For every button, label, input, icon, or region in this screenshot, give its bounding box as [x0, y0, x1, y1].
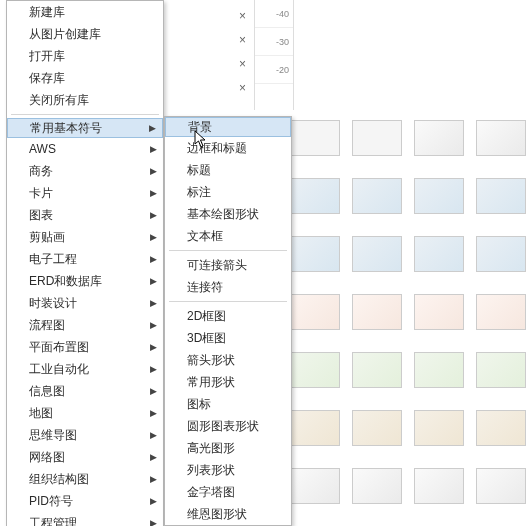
submenu-item[interactable]: 常用形状: [165, 371, 291, 393]
menu-item[interactable]: PID符号▶: [7, 490, 163, 512]
chevron-right-icon: ▶: [150, 298, 157, 308]
menu-item[interactable]: 新建库: [7, 1, 163, 23]
menu-item[interactable]: 剪贴画▶: [7, 226, 163, 248]
ruler-tick: -30: [276, 37, 289, 47]
menu-item-label: 流程图: [29, 317, 65, 334]
submenu-item[interactable]: 文本框: [165, 225, 291, 247]
bg-thumb[interactable]: [476, 294, 526, 330]
menu-item-label: 工业自动化: [29, 361, 89, 378]
menu-item-label: 工程管理: [29, 515, 77, 527]
bg-thumb[interactable]: [476, 120, 526, 156]
bg-thumb[interactable]: [290, 468, 340, 504]
submenu-item[interactable]: 背景: [165, 117, 291, 137]
menu-item[interactable]: 网络图▶: [7, 446, 163, 468]
bg-thumb[interactable]: [476, 352, 526, 388]
submenu-item[interactable]: 维恩图形状: [165, 503, 291, 525]
bg-thumb[interactable]: [352, 294, 402, 330]
menu-item[interactable]: 流程图▶: [7, 314, 163, 336]
menu-item[interactable]: 组织结构图▶: [7, 468, 163, 490]
submenu-item[interactable]: 连接符: [165, 276, 291, 298]
menu-item[interactable]: 电子工程▶: [7, 248, 163, 270]
submenu-item[interactable]: 标题: [165, 159, 291, 181]
menu-item[interactable]: 关闭所有库: [7, 89, 163, 111]
menu-item[interactable]: AWS▶: [7, 138, 163, 160]
menu-item-label: PID符号: [29, 493, 73, 510]
close-icon[interactable]: ×: [235, 33, 250, 47]
menu-item[interactable]: 工业自动化▶: [7, 358, 163, 380]
bg-thumb[interactable]: [290, 120, 340, 156]
menu-separator: [169, 301, 287, 302]
bg-thumb[interactable]: [352, 178, 402, 214]
chevron-right-icon: ▶: [150, 342, 157, 352]
submenu-item[interactable]: 列表形状: [165, 459, 291, 481]
submenu-item[interactable]: 3D框图: [165, 327, 291, 349]
menu-item[interactable]: 信息图▶: [7, 380, 163, 402]
close-icon[interactable]: ×: [235, 9, 250, 23]
menu-item[interactable]: 思维导图▶: [7, 424, 163, 446]
submenu-item[interactable]: 基本绘图形状: [165, 203, 291, 225]
menu-item[interactable]: 常用基本符号▶: [7, 118, 163, 138]
close-icon[interactable]: ×: [235, 81, 250, 95]
submenu-item[interactable]: 圆形图表形状: [165, 415, 291, 437]
chevron-right-icon: ▶: [150, 210, 157, 220]
bg-thumb[interactable]: [476, 236, 526, 272]
submenu-item[interactable]: 2D框图: [165, 305, 291, 327]
menu-item[interactable]: 打开库: [7, 45, 163, 67]
bg-thumb[interactable]: [352, 236, 402, 272]
library-menu[interactable]: 新建库从图片创建库打开库保存库关闭所有库常用基本符号▶AWS▶商务▶卡片▶图表▶…: [6, 0, 164, 526]
bg-thumb[interactable]: [290, 236, 340, 272]
menu-item-label: 电子工程: [29, 251, 77, 268]
chevron-right-icon: ▶: [149, 123, 156, 133]
menu-item-label: 卡片: [29, 185, 53, 202]
menu-item[interactable]: 时装设计▶: [7, 292, 163, 314]
bg-thumb[interactable]: [414, 410, 464, 446]
bg-thumb[interactable]: [352, 410, 402, 446]
bg-thumb[interactable]: [476, 468, 526, 504]
bg-thumb[interactable]: [414, 352, 464, 388]
bg-thumb[interactable]: [290, 410, 340, 446]
menu-item[interactable]: 平面布置图▶: [7, 336, 163, 358]
submenu-item[interactable]: 箭头形状: [165, 349, 291, 371]
bg-thumb[interactable]: [414, 178, 464, 214]
bg-thumb[interactable]: [290, 352, 340, 388]
menu-item-label: 网络图: [29, 449, 65, 466]
submenu-item[interactable]: 金字塔图: [165, 481, 291, 503]
bg-thumb[interactable]: [414, 120, 464, 156]
submenu-item[interactable]: 图标: [165, 393, 291, 415]
menu-item[interactable]: 工程管理▶: [7, 512, 163, 526]
bg-thumb[interactable]: [414, 236, 464, 272]
submenu-item[interactable]: 标注: [165, 181, 291, 203]
menu-item-label: 商务: [29, 163, 53, 180]
menu-item[interactable]: 商务▶: [7, 160, 163, 182]
bg-thumb[interactable]: [414, 468, 464, 504]
menu-item[interactable]: 卡片▶: [7, 182, 163, 204]
menu-item-label: ERD和数据库: [29, 273, 102, 290]
bg-thumb[interactable]: [352, 120, 402, 156]
submenu-item[interactable]: 边框和标题: [165, 137, 291, 159]
bg-thumb[interactable]: [476, 410, 526, 446]
menu-separator: [169, 250, 287, 251]
bg-thumb[interactable]: [290, 294, 340, 330]
menu-item[interactable]: 保存库: [7, 67, 163, 89]
chevron-right-icon: ▶: [150, 496, 157, 506]
submenu-item[interactable]: 可连接箭头: [165, 254, 291, 276]
bg-thumb[interactable]: [476, 178, 526, 214]
bg-thumb[interactable]: [290, 178, 340, 214]
menu-item[interactable]: 从图片创建库: [7, 23, 163, 45]
close-icon[interactable]: ×: [235, 57, 250, 71]
chevron-right-icon: ▶: [150, 364, 157, 374]
chevron-right-icon: ▶: [150, 276, 157, 286]
menu-item-label: 组织结构图: [29, 471, 89, 488]
bg-thumb[interactable]: [414, 294, 464, 330]
library-submenu[interactable]: 背景边框和标题标题标注基本绘图形状文本框可连接箭头连接符2D框图3D框图箭头形状…: [164, 116, 292, 526]
menu-item-label: 图表: [29, 207, 53, 224]
bg-thumb[interactable]: [352, 468, 402, 504]
menu-item[interactable]: 地图▶: [7, 402, 163, 424]
menu-item[interactable]: ERD和数据库▶: [7, 270, 163, 292]
chevron-right-icon: ▶: [150, 518, 157, 526]
menu-item[interactable]: 图表▶: [7, 204, 163, 226]
chevron-right-icon: ▶: [150, 188, 157, 198]
submenu-item[interactable]: 高光图形: [165, 437, 291, 459]
menu-separator: [11, 114, 159, 115]
bg-thumb[interactable]: [352, 352, 402, 388]
